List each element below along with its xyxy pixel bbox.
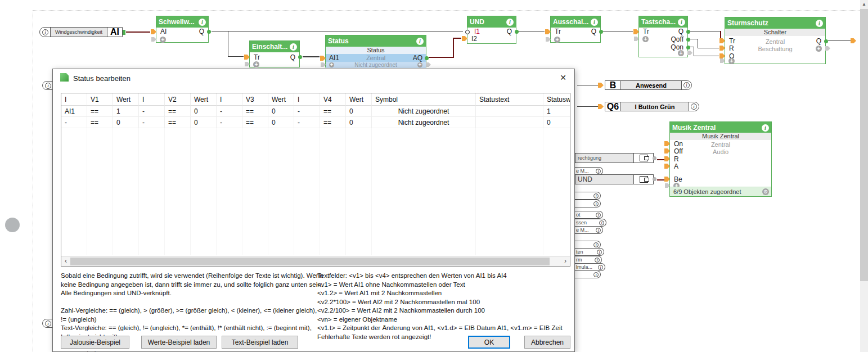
add-output-icon[interactable]: +: [417, 62, 422, 67]
partial-io-pill[interactable]: teni: [575, 248, 604, 256]
info-icon[interactable]: i: [42, 29, 48, 35]
add-input-icon[interactable]: +: [329, 62, 334, 67]
unused-input-connector[interactable]: [634, 37, 639, 41]
output-connector[interactable]: [653, 156, 656, 160]
input-connector[interactable]: [719, 53, 725, 58]
scroll-up-icon[interactable]: ▲: [860, 0, 868, 9]
partial-io-pill[interactable]: i: [575, 270, 601, 278]
table-cell[interactable]: -: [139, 106, 165, 117]
add-input-icon[interactable]: +: [554, 37, 560, 43]
output-connector[interactable]: [207, 30, 211, 34]
unused-output-connector[interactable]: [687, 51, 692, 55]
info-icon[interactable]: i: [816, 20, 823, 27]
table-cell[interactable]: Nicht zugeordnet: [372, 106, 476, 117]
table-header-cell[interactable]: I: [217, 93, 242, 106]
unused-output-connector[interactable]: [825, 46, 830, 51]
table-cell[interactable]: ==: [165, 117, 191, 128]
table-cell[interactable]: -: [294, 106, 320, 117]
io-output-q6-button-gruen[interactable]: Q6 I Button Grün i: [605, 102, 699, 111]
unused-input-connector[interactable]: [151, 37, 156, 42]
scroll-left-icon[interactable]: ‹: [61, 257, 70, 266]
partial-io-pill[interactable]: i: [575, 200, 601, 207]
table-header-cell[interactable]: V4: [320, 93, 346, 106]
add-output-icon[interactable]: +: [678, 50, 684, 56]
output-connector[interactable]: [686, 38, 690, 42]
conditions-table[interactable]: IV1WertIV2WertIV3WertIV4WertSymbolStatus…: [61, 93, 570, 267]
table-cell[interactable]: 0: [268, 117, 294, 128]
table-cell[interactable]: ==: [242, 117, 268, 128]
output-connector[interactable]: [123, 30, 125, 35]
table-cell[interactable]: 1: [543, 106, 570, 117]
table-header-cell[interactable]: I: [61, 93, 87, 106]
table-cell[interactable]: 0: [346, 117, 372, 128]
block-ausschaltverzoegerung[interactable]: Ausschal... i Tr Q +: [550, 16, 601, 43]
output-connector[interactable]: [824, 39, 828, 43]
partial-berechtigung-box[interactable]: rechtigung: [575, 153, 654, 163]
input-connector[interactable]: [598, 104, 604, 109]
block-schwellwertschalter[interactable]: Schwellw... i AI Q +: [156, 16, 209, 43]
edge-connector-arrow[interactable]: [851, 38, 856, 43]
input-connector[interactable]: [545, 29, 551, 34]
table-header-cell[interactable]: Wert: [191, 93, 217, 106]
output-connector[interactable]: [653, 177, 656, 181]
block-musik-zentral[interactable]: Musik Zentral i Musik Zentral On Zentral…: [669, 121, 772, 197]
partial-input-pill[interactable]: i: [42, 81, 53, 90]
table-cell[interactable]: 1: [113, 106, 139, 117]
input-connector[interactable]: [719, 46, 725, 51]
jalousie-beispiel-button[interactable]: Jalousie-Beispiel laden: [61, 336, 129, 349]
table-cell[interactable]: 0: [268, 106, 294, 117]
output-connector[interactable]: [298, 55, 302, 59]
info-icon[interactable]: i: [199, 19, 206, 26]
partial-io-pill[interactable]: lmula...i: [575, 263, 605, 271]
input-connector[interactable]: [719, 38, 725, 43]
unused-input-connector[interactable]: [546, 37, 551, 42]
table-header-cell[interactable]: Wert: [268, 93, 294, 106]
input-connector[interactable]: [664, 156, 670, 161]
table-cell[interactable]: [476, 106, 543, 117]
output-connector[interactable]: [599, 30, 603, 34]
table-header-cell[interactable]: Wert: [346, 93, 372, 106]
unused-input-connector[interactable]: [321, 62, 326, 67]
unused-input-connector[interactable]: [665, 183, 670, 188]
table-cell[interactable]: Nicht zugeordnet: [372, 117, 476, 128]
partial-io-pill[interactable]: i: [575, 241, 601, 249]
input-connector[interactable]: [151, 29, 156, 34]
input-connector[interactable]: [244, 55, 250, 60]
input-connector[interactable]: [598, 83, 604, 88]
table-header-cell[interactable]: Symbol: [372, 93, 476, 106]
table-header-cell[interactable]: I: [139, 93, 165, 106]
text-beispiel-button[interactable]: Text-Beispiel laden: [222, 336, 298, 349]
table-cell[interactable]: ==: [242, 106, 268, 117]
gear-icon[interactable]: ⚙: [762, 188, 769, 195]
assignment-footer[interactable]: 6/9 Objekten zugeordnet ⚙: [670, 187, 771, 196]
input-connector[interactable]: [664, 177, 670, 182]
werte-beispiel-button[interactable]: Werte-Beispiel laden: [141, 336, 217, 349]
table-cell[interactable]: -: [61, 117, 87, 128]
table-cell[interactable]: -: [294, 117, 320, 128]
info-icon[interactable]: i: [683, 82, 690, 88]
table-cell[interactable]: [476, 117, 543, 128]
block-einschaltverzoegerung[interactable]: Einschalt... i Tr Q +: [249, 40, 300, 67]
table-cell[interactable]: 0: [113, 117, 139, 128]
block-tastschalter[interactable]: Tastscha... i Tr Q Qoff Qon + +: [638, 16, 688, 57]
block-status[interactable]: Status i Status AI1 Zentral AQ + Nicht z…: [325, 35, 426, 67]
info-icon[interactable]: i: [678, 19, 685, 26]
add-output-icon[interactable]: +: [816, 46, 822, 52]
vertical-scrollbar[interactable]: ▲: [860, 0, 868, 352]
unused-input-connector[interactable]: [245, 62, 250, 66]
info-icon[interactable]: i: [762, 124, 769, 132]
table-cell[interactable]: -: [217, 117, 242, 128]
output-connector[interactable]: [515, 30, 519, 34]
table-cell[interactable]: 0: [543, 117, 570, 128]
table-cell[interactable]: ==: [320, 117, 346, 128]
add-input-icon[interactable]: +: [642, 36, 649, 42]
info-icon[interactable]: i: [591, 19, 598, 26]
partial-input-pill[interactable]: i: [42, 319, 53, 328]
table-cell[interactable]: 0: [346, 106, 372, 117]
unused-output-connector[interactable]: [426, 62, 431, 67]
info-icon[interactable]: i: [290, 43, 297, 51]
partial-io-pill[interactable]: e M...i: [575, 226, 603, 234]
unused-input-connector[interactable]: [720, 58, 725, 63]
table-horizontal-scrollbar[interactable]: ‹ ›: [61, 256, 570, 266]
input-connector[interactable]: [633, 29, 639, 34]
